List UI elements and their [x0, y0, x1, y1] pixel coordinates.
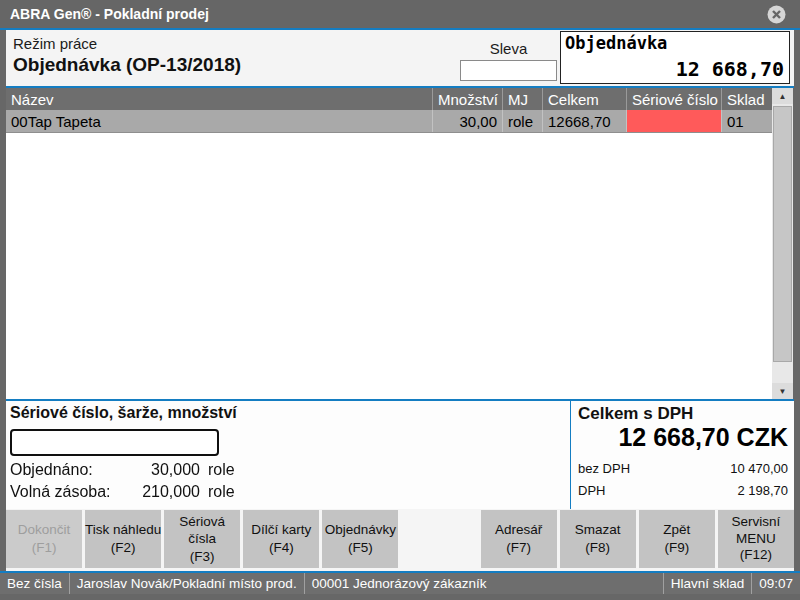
empty-button-slot [401, 510, 477, 568]
table-empty-area [6, 133, 772, 399]
work-mode-value: Objednávka (OP-13/2018) [13, 54, 241, 76]
cell-celkem: 12668,70 [543, 110, 627, 132]
cell-mj: role [503, 110, 543, 132]
scrollbar-thumb[interactable] [773, 106, 792, 362]
net-value: 10 470,00 [730, 461, 788, 476]
table-row[interactable]: 00Tap Tapeta 30,00 role 12668,70 01 [6, 110, 772, 133]
cell-mnozstvi: 30,00 [433, 110, 503, 132]
totals-amount: 12 668,70 CZK [618, 423, 788, 452]
print-preview-button[interactable]: Tisk náhledu(F2) [85, 510, 161, 568]
ordered-row: Objednáno:30,000role [10, 461, 270, 479]
net-label: bez DPH [578, 461, 630, 476]
vat-value: 2 198,70 [737, 483, 788, 498]
cell-sklad: 01 [722, 110, 771, 132]
column-header-mj[interactable]: MJ [503, 88, 543, 110]
serial-entry-label: Sériové číslo, šarže, množství [10, 404, 237, 422]
column-header-seriove-cislo[interactable]: Sériové číslo [627, 88, 722, 110]
close-icon[interactable] [767, 5, 786, 24]
detail-panel: Sériové číslo, šarže, množství Objednáno… [6, 401, 794, 509]
vat-row: DPH 2 198,70 [578, 483, 788, 498]
net-row: bez DPH 10 470,00 [578, 461, 788, 476]
scroll-down-icon[interactable]: ▼ [772, 383, 793, 399]
service-menu-button[interactable]: Servisní MENU(F12) [718, 510, 794, 568]
vertical-scrollbar[interactable]: ▲ ▼ [772, 88, 793, 399]
status-warehouse: Hlavní sklad [664, 576, 752, 591]
display-amount: 12 668,70 [676, 57, 784, 81]
stock-qty: 210,000 [120, 483, 200, 501]
stock-label: Volná zásoba: [10, 483, 120, 501]
app-window: ABRA Gen® - Pokladní prodej Režim práce … [0, 0, 800, 600]
customer-display: Objednávka 12 668,70 [560, 31, 790, 84]
column-header-celkem[interactable]: Celkem [543, 88, 627, 110]
back-button[interactable]: Zpět(F9) [639, 510, 715, 568]
discount-input[interactable] [460, 60, 557, 81]
items-table-header: Název Množství MJ Celkem Sériové číslo S… [6, 88, 772, 110]
vat-label: DPH [578, 483, 605, 498]
work-mode-panel: Režim práce Objednávka (OP-13/2018) Slev… [6, 30, 794, 86]
stock-row: Volná zásoba:210,000role [10, 483, 270, 501]
column-header-mnozstvi[interactable]: Množství [433, 88, 503, 110]
delete-button[interactable]: Smazat(F8) [560, 510, 636, 568]
status-doc-number: Bez čísla [0, 576, 69, 591]
scroll-up-icon[interactable]: ▲ [772, 88, 793, 104]
window-title: ABRA Gen® - Pokladní prodej [0, 6, 209, 22]
column-header-nazev[interactable]: Název [6, 88, 433, 110]
totals-divider [570, 401, 571, 509]
orders-button[interactable]: Objednávky(F5) [322, 510, 398, 568]
status-time: 09:07 [752, 576, 800, 591]
status-bar: Bez čísla Jaroslav Novák/Pokladní místo … [0, 573, 800, 594]
ordered-qty: 30,000 [120, 461, 200, 479]
serial-numbers-button[interactable]: Sériová čísla(F3) [164, 510, 240, 568]
function-button-bar: Dokončit(F1) Tisk náhledu(F2) Sériová čí… [6, 509, 794, 571]
discount-label: Sleva [460, 40, 557, 57]
finish-button[interactable]: Dokončit(F1) [6, 510, 82, 568]
address-book-button[interactable]: Adresář(F7) [481, 510, 557, 568]
sub-cards-button[interactable]: Dílčí karty(F4) [243, 510, 319, 568]
status-customer: 00001 Jednorázový zákazník [305, 576, 494, 591]
serial-entry-input[interactable] [10, 429, 219, 456]
totals-title: Celkem s DPH [578, 404, 693, 424]
work-mode-label: Režim práce [13, 35, 97, 52]
display-doc-type: Objednávka [565, 33, 667, 53]
cell-seriove-cislo-error [627, 110, 722, 132]
stock-unit: role [208, 483, 235, 501]
column-header-sklad[interactable]: Sklad [722, 88, 771, 110]
ordered-label: Objednáno: [10, 461, 120, 479]
status-operator: Jaroslav Novák/Pokladní místo prod. [70, 576, 304, 591]
cell-nazev: 00Tap Tapeta [6, 110, 433, 132]
ordered-unit: role [208, 461, 235, 479]
title-bar: ABRA Gen® - Pokladní prodej [0, 0, 800, 28]
